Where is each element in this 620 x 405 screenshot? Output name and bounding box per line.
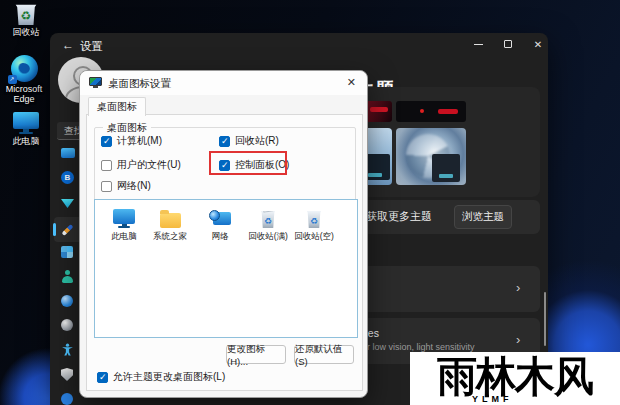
nav-accent-bar bbox=[53, 223, 56, 236]
dialog-titlebar: 桌面图标设置 ✕ bbox=[80, 71, 367, 95]
scrollbar[interactable] bbox=[544, 292, 546, 346]
chevron-right-icon: › bbox=[516, 332, 520, 347]
network-icon bbox=[209, 210, 231, 228]
desktop-icon-this-pc[interactable]: 此电脑 bbox=[2, 112, 50, 146]
highlight-red-box bbox=[209, 151, 287, 175]
tab-desktop-icons[interactable]: 桌面图标 bbox=[88, 97, 146, 116]
shortcut-arrow-icon: ↗ bbox=[8, 75, 17, 84]
sidebar-item-personalization[interactable] bbox=[61, 223, 75, 237]
minimize-button[interactable] bbox=[464, 33, 492, 55]
desktop-icon-label: 此电脑 bbox=[2, 136, 50, 146]
checkbox-label: 回收站(R) bbox=[235, 134, 279, 148]
folder-icon bbox=[160, 213, 181, 228]
recycle-bin-icon: ♻ bbox=[15, 3, 37, 25]
bluetooth-icon: B bbox=[61, 171, 74, 184]
desktop-icon-settings-dialog: 桌面图标设置 ✕ 桌面图标 桌面图标 计算机(M) 回收站(R) 用户的文件(U… bbox=[79, 70, 368, 398]
theme-tile-dark[interactable] bbox=[396, 101, 466, 122]
minimize-icon bbox=[474, 44, 483, 45]
desktop-icon-settings-icon bbox=[89, 77, 102, 89]
paintbrush-icon bbox=[61, 224, 73, 236]
recycle-bin-empty-icon: ♻ bbox=[307, 210, 322, 228]
checkbox-user-files[interactable]: 用户的文件(U) bbox=[101, 158, 181, 172]
list-item-label: 网络 bbox=[197, 231, 243, 243]
desktop-icon-edge[interactable]: ↗ Microsoft Edge bbox=[0, 55, 48, 104]
update-icon bbox=[61, 393, 73, 405]
get-more-themes-label: 获取更多主题 bbox=[366, 209, 432, 224]
list-item-label: 回收站(空) bbox=[291, 231, 337, 243]
sidebar-item-privacy[interactable] bbox=[61, 368, 75, 382]
checkbox-label: 网络(N) bbox=[117, 179, 151, 193]
display-icon bbox=[61, 148, 75, 158]
desktop-icon-label: Microsoft Edge bbox=[0, 84, 48, 104]
tab-strip: 桌面图标 bbox=[86, 96, 363, 115]
maximize-icon bbox=[504, 40, 512, 48]
checkbox-icon[interactable] bbox=[101, 181, 112, 192]
desktop-icon-recycle-bin[interactable]: ♻ 回收站 bbox=[2, 3, 50, 37]
checkbox-allow-themes[interactable]: 允许主题更改桌面图标(L) bbox=[97, 370, 225, 384]
checkbox-label: 用户的文件(U) bbox=[117, 158, 181, 172]
sidebar-item-gaming[interactable] bbox=[61, 319, 75, 333]
checkbox-recycle-bin[interactable]: 回收站(R) bbox=[219, 134, 279, 148]
list-item-recycle-bin-empty[interactable]: ♻ 回收站(空) bbox=[291, 206, 337, 243]
list-item-network[interactable]: 网络 bbox=[197, 206, 243, 243]
clock-icon bbox=[61, 295, 73, 307]
close-icon: ✕ bbox=[534, 39, 542, 50]
list-item-label: 此电脑 bbox=[101, 231, 147, 243]
dialog-close-icon[interactable]: ✕ bbox=[347, 76, 356, 89]
list-item-system-home[interactable]: 系统之家 bbox=[147, 206, 193, 243]
back-icon[interactable]: ← bbox=[62, 38, 74, 52]
checkbox-label: 计算机(M) bbox=[117, 134, 162, 148]
chevron-right-icon: › bbox=[516, 280, 520, 295]
ylmf-watermark: 雨林木风 YLMF bbox=[410, 352, 620, 405]
xbox-icon bbox=[61, 319, 73, 331]
sidebar-item-bluetooth[interactable]: B bbox=[61, 171, 75, 185]
settings-titlebar: ← 设置 ✕ bbox=[50, 33, 548, 57]
change-icon-button[interactable]: 更改图标(H)... bbox=[226, 345, 286, 364]
checkbox-label: 允许主题更改桌面图标(L) bbox=[113, 370, 225, 384]
desktop-icon-label: 回收站 bbox=[2, 27, 50, 37]
shield-icon bbox=[61, 368, 73, 381]
wifi-icon bbox=[61, 199, 74, 208]
browse-themes-button[interactable]: 浏览主题 bbox=[454, 205, 512, 229]
list-item-this-pc[interactable]: 此电脑 bbox=[101, 206, 147, 243]
list-item-recycle-bin-full[interactable]: ♻ 回收站(满) bbox=[245, 206, 291, 243]
edge-icon: ↗ bbox=[11, 55, 38, 82]
watermark-subtext: YLMF bbox=[472, 394, 513, 404]
checkbox-network[interactable]: 网络(N) bbox=[101, 179, 151, 193]
computer-icon bbox=[113, 209, 135, 228]
sidebar-item-system[interactable] bbox=[61, 146, 75, 160]
desktop-icon-list[interactable]: 此电脑 系统之家 网络 ♻ 回收站(满) ♻ 回收站(空) bbox=[94, 199, 358, 338]
checkbox-icon[interactable] bbox=[101, 136, 112, 147]
dialog-title: 桌面图标设置 bbox=[108, 77, 171, 91]
row-subtitle: or low vision, light sensitivity bbox=[362, 342, 475, 352]
sidebar-item-network[interactable] bbox=[61, 196, 75, 210]
watermark-text: 雨林木风 bbox=[410, 352, 620, 404]
close-button[interactable]: ✕ bbox=[524, 33, 552, 55]
sidebar-item-accessibility[interactable] bbox=[61, 343, 75, 357]
sidebar-item-windows-update[interactable] bbox=[61, 393, 75, 405]
desktop: ♻ 回收站 ↗ Microsoft Edge 此电脑 ← 设置 ✕ 查找 B bbox=[0, 0, 620, 405]
this-pc-icon bbox=[13, 112, 39, 134]
sidebar-item-time-language[interactable] bbox=[61, 295, 75, 309]
maximize-button[interactable] bbox=[494, 33, 522, 55]
list-item-label: 系统之家 bbox=[147, 231, 193, 243]
accessibility-person-icon bbox=[61, 343, 75, 356]
settings-window-title: 设置 bbox=[80, 39, 103, 54]
restore-defaults-button[interactable]: 还原默认值(S) bbox=[294, 345, 354, 364]
apps-grid-icon bbox=[61, 246, 73, 258]
recycle-bin-full-icon: ♻ bbox=[261, 210, 276, 228]
checkbox-icon[interactable] bbox=[97, 372, 108, 383]
list-item-label: 回收站(满) bbox=[245, 231, 291, 243]
person-icon bbox=[61, 270, 74, 283]
checkbox-icon[interactable] bbox=[101, 160, 112, 171]
sidebar-item-apps[interactable] bbox=[61, 245, 75, 259]
theme-tile-bloom[interactable] bbox=[396, 128, 466, 185]
checkbox-icon[interactable] bbox=[219, 136, 230, 147]
checkbox-computer[interactable]: 计算机(M) bbox=[101, 134, 162, 148]
sidebar-item-accounts[interactable] bbox=[61, 270, 75, 284]
group-title: 桌面图标 bbox=[103, 121, 151, 135]
